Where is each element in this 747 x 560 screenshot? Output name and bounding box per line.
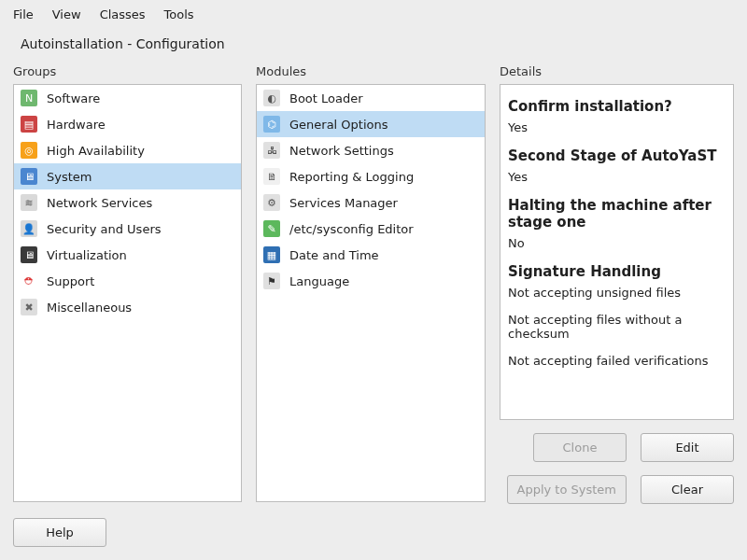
module-item[interactable]: ⚑Language [257, 268, 485, 294]
edit-button[interactable]: Edit [641, 433, 734, 462]
clear-button[interactable]: Clear [641, 475, 734, 504]
details-value: Not accepting failed verifications [508, 354, 722, 368]
software-icon: N [21, 90, 37, 106]
group-item-label: Virtualization [47, 248, 127, 262]
module-item[interactable]: ✎/etc/sysconfig Editor [257, 216, 485, 242]
modules-panel: ◐Boot Loader⌬General Options🖧Network Set… [256, 84, 486, 502]
details-heading: Signature Handling [508, 263, 722, 280]
modules-column: Modules ◐Boot Loader⌬General Options🖧Net… [256, 64, 486, 504]
module-item-label: Language [289, 274, 349, 288]
group-item-label: Miscellaneous [47, 301, 132, 315]
group-item[interactable]: NSoftware [14, 85, 241, 111]
boot-icon: ◐ [263, 90, 280, 106]
netset-icon: 🖧 [263, 142, 280, 159]
details-value: Yes [508, 170, 722, 184]
group-item-label: Support [47, 274, 94, 288]
module-item-label: Boot Loader [289, 91, 363, 105]
group-item[interactable]: ≋Network Services [14, 189, 241, 216]
general-icon: ⌬ [263, 116, 280, 133]
hardware-icon: ▤ [21, 116, 37, 133]
virt-icon: 🖥 [21, 246, 37, 263]
menu-classes[interactable]: Classes [100, 7, 146, 21]
support-icon: ⛑ [21, 273, 37, 289]
details-column: Details Confirm installation?YesSecond S… [500, 64, 734, 504]
details-label: Details [500, 64, 734, 84]
group-item-label: System [47, 170, 92, 184]
group-item[interactable]: 🖥System [14, 163, 241, 189]
language-icon: ⚑ [263, 273, 280, 289]
details-heading: Confirm installation? [508, 98, 722, 115]
group-item-label: Hardware [47, 118, 106, 132]
module-item-label: Services Manager [289, 196, 398, 210]
net-services-icon: ≋ [21, 194, 37, 211]
group-item[interactable]: 👤Security and Users [14, 216, 241, 242]
group-item[interactable]: 🖥Virtualization [14, 242, 241, 268]
date-icon: ▦ [263, 246, 280, 263]
module-item-label: Network Settings [289, 144, 394, 158]
module-item[interactable]: ◐Boot Loader [257, 85, 485, 111]
details-heading: Second Stage of AutoYaST [508, 147, 722, 164]
details-value: Yes [508, 120, 722, 134]
menu-tools[interactable]: Tools [164, 7, 194, 21]
module-item-label: General Options [289, 118, 388, 132]
modules-label: Modules [256, 64, 486, 84]
help-button[interactable]: Help [13, 518, 106, 547]
details-value: Not accepting unsigned files [508, 286, 722, 300]
security-icon: 👤 [21, 220, 37, 237]
groups-column: Groups NSoftware▤Hardware◎High Availabil… [13, 64, 242, 504]
page-title: Autoinstallation - Configuration [0, 25, 747, 64]
clone-button: Clone [533, 433, 627, 462]
menubar: File View Classes Tools [0, 0, 747, 25]
group-item[interactable]: ✖Miscellaneous [14, 294, 241, 320]
report-icon: 🗎 [263, 168, 280, 185]
group-item-label: Network Services [47, 196, 152, 210]
group-item[interactable]: ▤Hardware [14, 111, 241, 137]
details-panel[interactable]: Confirm installation?YesSecond Stage of … [500, 84, 734, 420]
module-item[interactable]: ▦Date and Time [257, 242, 485, 268]
module-item[interactable]: 🖧Network Settings [257, 137, 485, 163]
main-columns: Groups NSoftware▤Hardware◎High Availabil… [0, 64, 747, 504]
menu-file[interactable]: File [13, 7, 34, 21]
ha-icon: ◎ [21, 142, 37, 159]
module-item-label: Reporting & Logging [289, 170, 414, 184]
group-item[interactable]: ⛑Support [14, 268, 241, 294]
module-item-label: /etc/sysconfig Editor [289, 222, 414, 236]
module-item-label: Date and Time [289, 248, 379, 262]
groups-label: Groups [13, 64, 242, 84]
module-item[interactable]: ⚙Services Manager [257, 189, 485, 216]
details-heading: Halting the machine after stage one [508, 197, 722, 231]
services-icon: ⚙ [263, 194, 280, 211]
group-item-label: Security and Users [47, 222, 162, 236]
group-item-label: High Availability [47, 144, 145, 158]
groups-panel: NSoftware▤Hardware◎High Availability🖥Sys… [13, 84, 242, 502]
menu-view[interactable]: View [52, 7, 81, 21]
apply-button: Apply to System [507, 475, 627, 504]
module-item[interactable]: ⌬General Options [257, 111, 485, 137]
group-item[interactable]: ◎High Availability [14, 137, 241, 163]
button-row-2: Apply to System Clear [500, 475, 734, 504]
misc-icon: ✖ [21, 299, 37, 315]
group-item-label: Software [47, 91, 100, 105]
sysconfig-icon: ✎ [263, 220, 280, 237]
details-value: Not accepting files without a checksum [508, 313, 722, 341]
system-icon: 🖥 [21, 168, 37, 185]
module-item[interactable]: 🗎Reporting & Logging [257, 163, 485, 189]
details-value: No [508, 236, 722, 250]
button-row-1: Clone Edit [500, 433, 734, 462]
